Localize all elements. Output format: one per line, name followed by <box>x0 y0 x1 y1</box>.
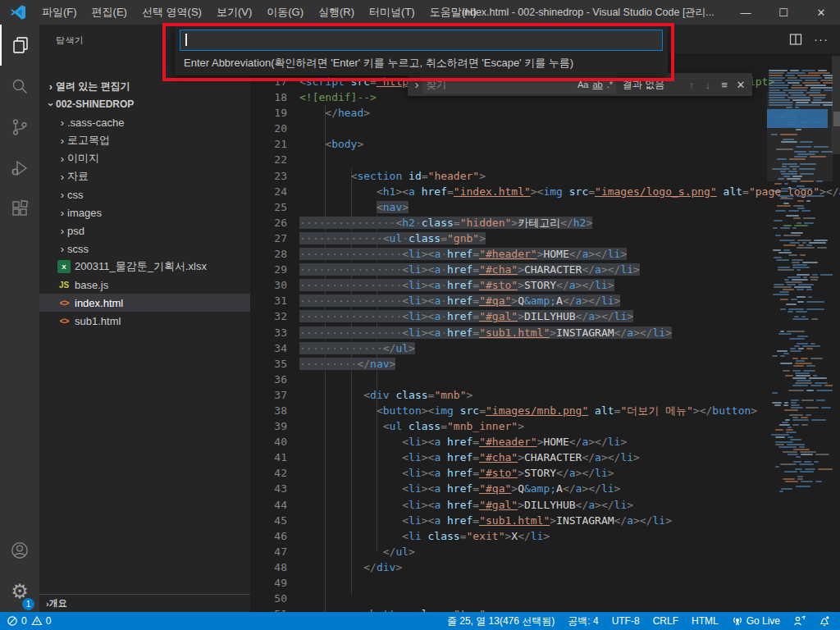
settings-gear-icon[interactable]: ⚙ 1 <box>0 571 39 612</box>
code-line[interactable]: 22 <box>250 152 840 167</box>
line-content: ·············<ul·class="gnb"> <box>287 231 486 246</box>
menu-item[interactable]: 편집(E) <box>84 0 135 25</box>
account-icon[interactable] <box>0 530 39 571</box>
code-editor[interactable]: 17<script src="https://oss.maxcdn.com/li… <box>250 74 840 612</box>
prev-match-icon[interactable]: ↑ <box>683 79 700 91</box>
feedback-smiley[interactable] <box>793 615 806 627</box>
menu-item[interactable]: 이동(G) <box>259 0 311 25</box>
tree-item[interactable]: ›로고목업 <box>39 131 250 149</box>
code-line[interactable]: 21 <body> <box>250 136 840 152</box>
tree-section-header[interactable]: ›열려 있는 편집기 <box>39 77 250 95</box>
line-number: 49 <box>250 575 287 591</box>
more-actions-icon[interactable]: ··· <box>814 32 829 46</box>
tree-item[interactable]: JSbase.js <box>39 276 250 294</box>
code-line[interactable]: 32················<li><a·href="#gal">DIL… <box>250 308 840 324</box>
code-line[interactable]: 30················<li><a·href="#sto">STO… <box>250 277 840 293</box>
code-line[interactable]: 35·········</nav> <box>250 356 840 372</box>
problems-errors[interactable]: 0 <box>7 615 27 627</box>
run-debug-icon[interactable] <box>0 148 39 189</box>
tree-item[interactable]: ›css <box>39 185 250 203</box>
whole-word-icon[interactable]: ab <box>592 80 602 89</box>
code-line[interactable]: 38 <button><img src="images/mnb.png" alt… <box>250 403 840 418</box>
code-line[interactable]: 31················<li><a·href="#qa">Q&am… <box>250 293 840 308</box>
find-in-selection-icon[interactable]: ≡ <box>716 79 733 91</box>
tree-item[interactable]: X200311_물감툰_기획서.xlsx <box>39 258 250 276</box>
tree-item[interactable]: ›.sass-cache <box>39 113 250 131</box>
code-line[interactable]: 41 <li><a href="#cha">CHARACTER</a></li> <box>250 450 840 465</box>
tree-item[interactable]: ›scss <box>39 240 250 258</box>
activity-bar-bottom: ⚙ 1 <box>0 530 39 612</box>
item-label: 200311_물감툰_기획서.xlsx <box>75 259 207 274</box>
menu-item[interactable]: 실행(R) <box>311 0 362 25</box>
line-number: 21 <box>250 136 287 152</box>
code-line[interactable]: 43 <li><a href="#qa">Q&amp;A</a></li> <box>250 481 840 496</box>
line-number: 32 <box>250 308 287 324</box>
go-live-button[interactable]: Go Live <box>732 615 780 627</box>
minimize-icon[interactable]: — <box>727 0 765 25</box>
tree-item[interactable]: <>index.html <box>39 294 250 312</box>
line-number: 45 <box>250 513 287 528</box>
source-control-icon[interactable] <box>0 107 39 148</box>
next-match-icon[interactable]: ↓ <box>700 79 716 91</box>
abbreviation-input[interactable] <box>180 30 663 51</box>
code-line[interactable]: 27·············<ul·class="gnb"> <box>250 231 840 246</box>
problems-warnings[interactable]: 0 <box>31 615 52 627</box>
language-mode[interactable]: HTML <box>692 615 719 627</box>
menu-item[interactable]: 선택 영역(S) <box>135 0 209 25</box>
indentation[interactable]: 공백: 4 <box>568 614 598 628</box>
code-line[interactable]: 20 <box>250 121 840 136</box>
code-line[interactable]: 48 </div> <box>250 559 840 575</box>
menu-item[interactable]: 파일(F) <box>34 0 84 25</box>
tree-item[interactable]: ›images <box>39 203 250 221</box>
code-line[interactable]: 50 <box>250 591 840 606</box>
code-line[interactable]: 47 </ul> <box>250 544 840 559</box>
code-line[interactable]: 42 <li><a href="#sto">STORY</a></li> <box>250 465 840 481</box>
code-line[interactable]: 49 <box>250 575 840 591</box>
code-line[interactable]: 37 <div class="mnb"> <box>250 387 840 403</box>
status-bar: 0 0 줄 25, 열 13(476 선택됨) 공백: 4 UTF-8 CRLF… <box>0 612 840 630</box>
outline-section[interactable]: › 개요 <box>39 594 250 612</box>
close-icon[interactable]: ✕ <box>802 0 840 25</box>
split-editor-icon[interactable] <box>789 33 802 46</box>
line-number: 38 <box>250 403 287 418</box>
code-line[interactable]: 34·············</ul> <box>250 340 840 356</box>
maximize-icon[interactable]: ☐ <box>765 0 802 25</box>
code-line[interactable]: 28················<li><a·href="#header">… <box>250 246 840 262</box>
code-line[interactable]: 39 <ul class="mnb_inner"> <box>250 418 840 434</box>
close-icon[interactable]: ✕ <box>733 79 749 91</box>
search-icon[interactable] <box>0 66 39 107</box>
code-line[interactable]: 33················<li><a·href="sub1.html… <box>250 325 840 340</box>
code-line[interactable]: 36 <box>250 372 840 387</box>
menu-item[interactable]: 보기(V) <box>209 0 259 25</box>
code-line[interactable]: 25 <nav> <box>250 199 840 215</box>
regex-icon[interactable]: .* <box>607 80 613 89</box>
tree-item[interactable]: ›이미지 <box>39 149 250 167</box>
match-case-icon[interactable]: Aa <box>578 80 588 89</box>
code-line[interactable]: 29················<li><a·href="#cha">CHA… <box>250 262 840 277</box>
chevron-right-icon: › <box>57 225 67 237</box>
code-line[interactable]: 23 <section id="header"> <box>250 168 840 184</box>
code-line[interactable]: 51 <button class="top"> <box>250 606 840 612</box>
line-number: 39 <box>250 418 287 434</box>
tree-item[interactable]: ›자료 <box>39 167 250 185</box>
code-line[interactable]: 26···············<h2·class="hidden">카테고리… <box>250 215 840 231</box>
code-line[interactable]: 40 <li><a href="#header">HOME</a></li> <box>250 434 840 450</box>
menu-item[interactable]: 터미널(T) <box>362 0 422 25</box>
code-line[interactable]: 19 </head> <box>250 105 840 121</box>
explorer-icon[interactable] <box>0 25 39 66</box>
find-input[interactable]: 찾기 Aa ab .* <box>422 76 616 94</box>
encoding[interactable]: UTF-8 <box>612 615 640 627</box>
eol-sequence[interactable]: CRLF <box>653 615 678 627</box>
code-line[interactable]: 45 <li><a href="sub1.html">INSTAGRAM</a>… <box>250 513 840 528</box>
tree-item[interactable]: <>sub1.html <box>39 312 250 330</box>
extensions-icon[interactable] <box>0 189 39 230</box>
tree-item[interactable]: ›psd <box>39 221 250 240</box>
line-content: <nav> <box>287 199 409 215</box>
code-line[interactable]: 44 <li><a href="#gal">DILLYHUB</a></li> <box>250 497 840 513</box>
cursor-position[interactable]: 줄 25, 열 13(476 선택됨) <box>447 614 555 628</box>
notifications-bell[interactable] <box>819 615 830 627</box>
toggle-replace-icon[interactable]: › <box>411 78 422 91</box>
code-line[interactable]: 24 <h1><a href="index.html"><img src="im… <box>250 184 840 199</box>
code-line[interactable]: 46 <li class="exit">X</li> <box>250 528 840 544</box>
tree-section-header[interactable]: ›002-SHINEDROP <box>39 95 250 113</box>
